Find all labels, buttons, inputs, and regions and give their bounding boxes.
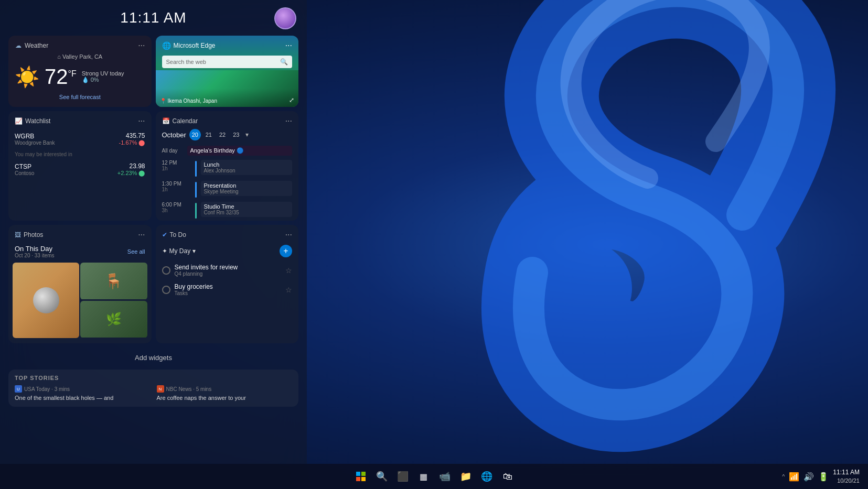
todo-star-1[interactable]: ☆ [285,266,292,275]
todo-title-1: Send invites for review [175,264,282,271]
watchlist-title: 📈 Watchlist [15,117,50,125]
taskbar-center-icons: 🔍 ⬛ ▦ 📹 📁 🌐 🛍 [351,467,517,486]
calendar-day-21[interactable]: 21 [203,131,215,139]
weather-details: Strong UV today 💧 0% [82,70,124,83]
watchlist-more-button[interactable]: ··· [138,116,145,126]
stock-ticker-wgrb: WGRB [15,133,55,140]
photos-widget-header: 🖼 Photos ··· [8,225,152,243]
stock-ticker-ctsp: CTSP [15,163,34,170]
watchlist-widget: 📈 Watchlist ··· WGRB Woodgrove Bank 435.… [8,111,152,221]
widgets-button[interactable]: ▦ [414,467,433,486]
taskbar: 🔍 ⬛ ▦ 📹 📁 🌐 🛍 ^ 📶 🔊 🔋 11:11 AM 10/20/21 [0,464,868,489]
event-time-lunch: 12 PM 1h [162,160,191,171]
photos-more-button[interactable]: ··· [138,230,145,240]
wifi-icon[interactable]: 📶 [789,472,799,482]
weather-humidity: 💧 0% [82,77,124,83]
todo-widget-header: ✔ To Do ··· [156,225,299,243]
edge-image: 📍 Ikema Ohashi, Japan ⤢ [156,70,299,107]
todo-add-button[interactable]: + [280,245,292,257]
taskview-button[interactable]: ⬛ [393,467,412,486]
top-stories: TOP STORIES U USA Today · 3 mins One of … [8,370,298,407]
taskbar-overflow-button[interactable]: ^ [782,473,785,480]
calendar-title: 📅 Calendar [162,117,198,125]
edge-search-bar[interactable]: Search the web 🔍 [162,56,293,68]
weather-location: ⌂ Valley Park, CA [8,53,152,60]
stock-item-ctsp[interactable]: CTSP Contoso 23.98 +2.23% ⬤ [8,159,152,180]
calendar-day-23[interactable]: 23 [230,131,242,139]
event-bar-studio [195,203,197,219]
todo-sub-2: Tasks [175,290,282,296]
edge-location-tag: 📍 Ikema Ohashi, Japan [160,98,218,104]
volume-icon[interactable]: 🔊 [803,472,814,482]
todo-icon: ✔ [162,231,167,238]
teams-button[interactable]: 📹 [435,467,454,486]
todo-more-button[interactable]: ··· [285,230,292,240]
add-widgets-button[interactable]: Add widgets [128,352,178,364]
calendar-month: October [162,131,186,139]
todo-task-1[interactable]: Send invites for review Q4 planning ☆ [156,260,299,280]
event-presentation-title: Presentation [204,182,290,189]
stock-item-wgrb[interactable]: WGRB Woodgrove Bank 435.75 -1.67% ⬤ [8,129,152,149]
story-item-2[interactable]: N NBC News · 5 mins Are coffee naps the … [157,385,293,401]
story-source-name-1: USA Today · 3 mins [24,386,70,392]
photo-item-3[interactable]: 🌿 [80,301,147,338]
svg-rect-0 [356,472,360,476]
event-studio-sub: Conf Rm 32/35 [204,210,290,215]
store-button[interactable]: 🛍 [498,467,517,486]
weather-sun-icon: ☀️ [15,67,39,87]
calendar-more-button[interactable]: ··· [285,116,292,126]
taskbar-clock[interactable]: 11:11 AM 10/20/21 [833,468,860,485]
event-studio-details: Studio Time Conf Rm 32/35 [201,202,293,217]
photo-item-1[interactable] [13,263,79,338]
photo-item-2[interactable]: 🪑 [80,263,147,300]
todo-my-day-label: ✦ My Day ▾ [162,247,196,255]
watchlist-separator: You may be interested in [8,149,152,159]
story-source-2: N NBC News · 5 mins [157,385,293,393]
event-lunch-details: Lunch Alex Johnson [201,160,293,175]
calendar-event-studio: 6:00 PM 3h Studio Time Conf Rm 32/35 [156,200,299,221]
search-button[interactable]: 🔍 [372,467,391,486]
calendar-day-20[interactable]: 20 [189,129,201,140]
event-time-studio: 6:00 PM 3h [162,202,191,213]
todo-title: ✔ To Do [162,231,186,238]
event-birthday: Angela's Birthday 🔵 [187,146,293,156]
calendar-widget: 📅 Calendar ··· October 20 21 22 23 ▾ All… [156,111,299,221]
taskbar-time: 11:11 AM [833,468,860,477]
svg-rect-2 [356,477,360,481]
story-headline-2: Are coffee naps the answer to your [157,394,293,401]
edge-title: 🌐 Microsoft Edge [162,41,216,50]
weather-forecast-link[interactable]: See full forecast [8,94,152,100]
battery-icon[interactable]: 🔋 [818,472,829,482]
todo-text-2: Buy groceries Tasks [175,283,282,296]
edge-more-button[interactable]: ··· [285,41,292,50]
widgets-panel: 11:11 AM ☁ Weather ··· ⌂ Valley Park, CA… [0,0,307,489]
todo-star-2[interactable]: ☆ [285,286,292,294]
calendar-day-22[interactable]: 22 [217,131,228,139]
photos-see-all[interactable]: See all [127,248,145,255]
user-avatar[interactable] [274,7,296,29]
start-button[interactable] [351,467,370,486]
todo-checkbox-2[interactable] [162,286,170,294]
todo-chevron[interactable]: ▾ [192,247,196,255]
todo-task-2[interactable]: Buy groceries Tasks ☆ [156,280,299,299]
event-birthday-title: Angela's Birthday 🔵 [190,147,290,154]
weather-more-button[interactable]: ··· [138,41,145,50]
event-bar-presentation [195,182,197,198]
explorer-button[interactable]: 📁 [456,467,475,486]
event-lunch-sub: Alex Johnson [204,168,290,173]
edge-expand-button[interactable]: ⤢ [289,96,294,104]
calendar-chevron-icon[interactable]: ▾ [245,131,249,138]
photos-title: 🖼 Photos [15,231,43,238]
stock-change-wgrb: -1.67% ⬤ [119,139,145,146]
story-source-1: U USA Today · 3 mins [15,385,151,393]
stock-change-ctsp: +2.23% ⬤ [117,170,145,177]
photos-icon: 🖼 [15,231,21,238]
calendar-header: 📅 Calendar ··· [156,111,299,129]
story-item-1[interactable]: U USA Today · 3 mins One of the smallest… [15,385,151,401]
edge-taskbar-button[interactable]: 🌐 [477,467,496,486]
event-bar-lunch [195,161,197,177]
todo-checkbox-1[interactable] [162,266,170,275]
story-logo-2: N [157,385,164,393]
avatar-image [275,8,295,28]
stories-grid: U USA Today · 3 mins One of the smallest… [15,385,292,401]
